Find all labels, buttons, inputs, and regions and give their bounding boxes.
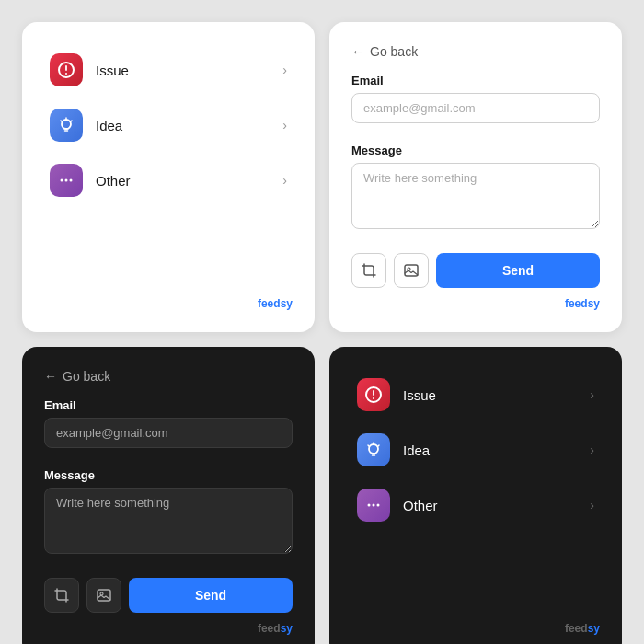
svg-point-13 [100, 592, 103, 595]
other-label-dark: Other [403, 498, 577, 513]
menu-item-issue-dark[interactable]: Issue › [351, 369, 600, 420]
svg-point-21 [368, 504, 371, 507]
svg-point-17 [369, 444, 378, 454]
issue-label-light: Issue [96, 63, 270, 78]
crop-button-light[interactable] [351, 253, 386, 288]
idea-chevron-light: › [282, 118, 287, 132]
issue-chevron-dark: › [590, 387, 594, 402]
go-back-light[interactable]: ← Go back [351, 44, 600, 59]
menu-list-light: Issue › Idea › [44, 44, 293, 288]
email-label-dark: Email [44, 398, 293, 412]
svg-point-11 [408, 268, 410, 270]
back-arrow-light: ← [351, 44, 364, 59]
idea-chevron-dark: › [590, 443, 594, 457]
other-chevron-light: › [282, 173, 287, 188]
message-label-dark: Message [44, 468, 293, 482]
brand-light-menu: feedsy [44, 297, 293, 310]
brand-dark-menu: feedsy [351, 622, 600, 635]
svg-line-19 [368, 445, 370, 447]
message-label-light: Message [351, 144, 600, 157]
svg-line-6 [71, 121, 73, 122]
go-back-label-dark: Go back [63, 369, 110, 384]
message-field-light: Message [351, 144, 600, 244]
svg-point-8 [65, 179, 68, 182]
svg-point-7 [61, 179, 63, 182]
svg-point-2 [65, 73, 67, 75]
back-arrow-dark: ← [44, 369, 57, 384]
idea-icon-light [50, 109, 83, 142]
svg-point-23 [377, 504, 380, 507]
message-field-dark: Message [44, 468, 293, 569]
svg-point-22 [373, 504, 375, 507]
message-textarea-light[interactable] [351, 163, 600, 229]
svg-rect-12 [98, 590, 110, 601]
other-icon-light [50, 164, 83, 197]
other-icon-dark [357, 489, 390, 522]
idea-icon-dark [357, 433, 390, 466]
message-textarea-dark[interactable] [44, 488, 293, 554]
email-field-dark: Email [44, 398, 293, 459]
email-field-light: Email [351, 74, 600, 134]
go-back-label-light: Go back [370, 44, 418, 59]
idea-label-light: Idea [96, 118, 270, 133]
light-menu-card: Issue › Idea › [22, 22, 315, 332]
svg-rect-10 [405, 265, 418, 276]
menu-item-idea-dark[interactable]: Idea › [351, 424, 600, 476]
idea-label-dark: Idea [403, 443, 577, 458]
other-chevron-dark: › [590, 498, 594, 512]
svg-line-20 [378, 445, 380, 447]
svg-point-3 [62, 120, 71, 129]
issue-icon-light [50, 53, 83, 86]
email-input-dark[interactable] [44, 418, 293, 448]
menu-item-issue-light[interactable]: Issue › [44, 44, 293, 96]
menu-item-idea-light[interactable]: Idea › [44, 99, 293, 151]
svg-line-5 [61, 121, 63, 122]
svg-rect-15 [373, 390, 374, 396]
menu-item-other-dark[interactable]: Other › [351, 479, 600, 531]
dark-form-card: ← Go back Email Message [22, 347, 315, 644]
send-button-dark[interactable]: Send [129, 578, 293, 613]
brand-light-form: feedsy [351, 297, 600, 310]
email-input-light[interactable] [351, 93, 600, 123]
send-button-light[interactable]: Send [436, 253, 600, 288]
dark-menu-card: Issue › Idea › [329, 347, 622, 644]
image-button-light[interactable] [394, 253, 429, 288]
form-actions-dark: Send [44, 578, 293, 613]
form-actions-light: Send [351, 253, 600, 288]
go-back-dark[interactable]: ← Go back [44, 369, 293, 384]
issue-chevron-light: › [282, 63, 287, 77]
menu-item-other-light[interactable]: Other › [44, 155, 293, 206]
image-button-dark[interactable] [86, 578, 121, 613]
issue-icon-dark [357, 378, 390, 411]
other-label-light: Other [96, 173, 270, 189]
svg-point-9 [70, 179, 73, 182]
svg-point-16 [373, 397, 374, 399]
issue-label-dark: Issue [403, 387, 577, 403]
crop-button-dark[interactable] [44, 578, 79, 613]
svg-rect-1 [65, 65, 67, 71]
brand-dark-form: feedsy [44, 622, 293, 635]
email-label-light: Email [351, 74, 600, 87]
light-form-card: ← Go back Email Message [329, 22, 622, 332]
menu-list-dark: Issue › Idea › [351, 369, 600, 613]
